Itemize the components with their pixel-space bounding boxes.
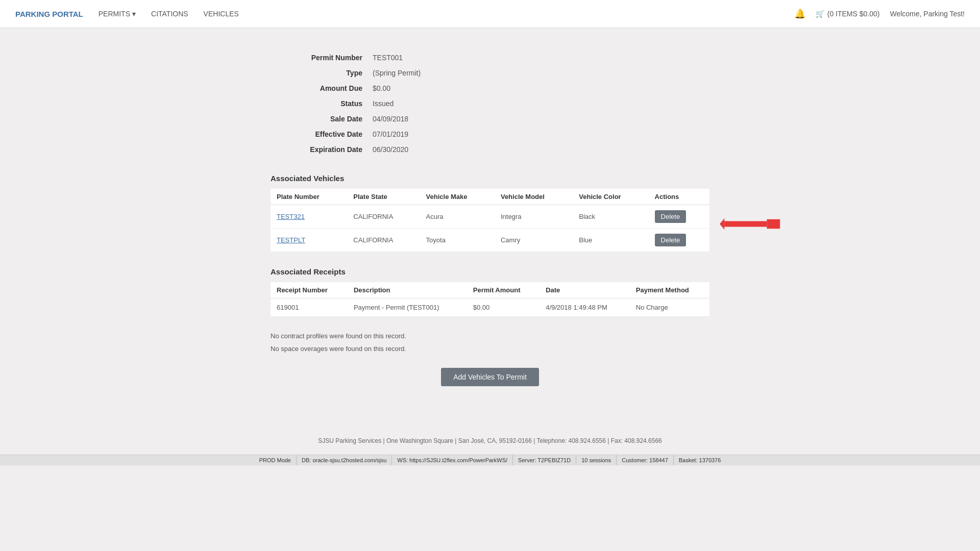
col-vehicle-model: Vehicle Model [495, 189, 573, 205]
status-label: Status [271, 99, 373, 108]
nav-permits[interactable]: PERMITS ▾ [99, 10, 136, 18]
col-actions: Actions [649, 189, 709, 205]
status-row: Status Issued [271, 99, 709, 108]
vehicles-table-header-row: Plate Number Plate State Vehicle Make Ve… [271, 189, 709, 205]
payment-method-cell: No Charge [630, 298, 709, 317]
table-row: TEST321 CALIFORNIA Acura Integra Black D… [271, 205, 709, 229]
header: PARKING PORTAL PERMITS ▾ CITATIONS VEHIC… [0, 0, 980, 28]
cart-icon: 🛒 [816, 10, 824, 18]
vehicles-table: Plate Number Plate State Vehicle Make Ve… [271, 189, 709, 252]
receipts-table: Receipt Number Description Permit Amount… [271, 282, 709, 317]
cart-label: (0 ITEMS $0.00) [827, 10, 880, 18]
header-right: 🔔 🛒 (0 ITEMS $0.00) Welcome, Parking Tes… [794, 8, 965, 19]
col-vehicle-color: Vehicle Color [573, 189, 648, 205]
bell-icon[interactable]: 🔔 [794, 8, 805, 19]
associated-receipts-section: Associated Receipts Receipt Number Descr… [271, 267, 709, 317]
type-row: Type (Spring Permit) [271, 69, 709, 77]
footer-text: SJSU Parking Services | One Washington S… [0, 427, 980, 455]
sale-date-value: 04/09/2018 [373, 115, 408, 123]
plate-state-cell: CALIFORNIA [347, 229, 420, 252]
permit-number-value: TEST001 [373, 54, 403, 62]
vehicles-section-title: Associated Vehicles [271, 174, 709, 183]
make-cell: Acura [420, 205, 495, 229]
table-row: 619001 Payment - Permit (TEST001) $0.00 … [271, 298, 709, 317]
associated-vehicles-section: Associated Vehicles Plate Number Plate S… [271, 174, 709, 252]
sale-date-row: Sale Date 04/09/2018 [271, 115, 709, 123]
svg-marker-2 [720, 218, 724, 230]
vehicles-table-wrapper: Plate Number Plate State Vehicle Make Ve… [271, 189, 709, 252]
col-vehicle-make: Vehicle Make [420, 189, 495, 205]
permit-number-row: Permit Number TEST001 [271, 54, 709, 62]
receipts-table-header-row: Receipt Number Description Permit Amount… [271, 282, 709, 298]
notice-no-overages: No space overages were found on this rec… [271, 345, 709, 353]
footer-bar-item: WS: https://SJSU.t2flex.com/PowerParkWS/ [392, 455, 513, 465]
welcome-text: Welcome, Parking Test! [890, 10, 965, 18]
receipts-section-title: Associated Receipts [271, 267, 709, 276]
footer-bar-item: Server: T2PEBIZ71D [513, 455, 576, 465]
svg-rect-3 [767, 219, 780, 229]
permit-amount-cell: $0.00 [467, 298, 540, 317]
amount-due-label: Amount Due [271, 84, 373, 92]
col-plate-number: Plate Number [271, 189, 347, 205]
sale-date-label: Sale Date [271, 115, 373, 123]
nav-vehicles[interactable]: VEHICLES [204, 10, 239, 18]
svg-rect-1 [724, 221, 767, 227]
amount-due-row: Amount Due $0.00 [271, 84, 709, 92]
footer: SJSU Parking Services | One Washington S… [0, 427, 980, 465]
plate-state-cell: CALIFORNIA [347, 205, 420, 229]
color-cell: Black [573, 205, 648, 229]
footer-bar-item: DB: oracle-sjsu.t2hosted.com/sjsu [297, 455, 392, 465]
main-content: Permit Number TEST001 Type (Spring Permi… [260, 28, 720, 407]
arrow-icon [720, 214, 781, 234]
expiration-date-value: 06/30/2020 [373, 145, 408, 154]
actions-cell: Delete [649, 229, 709, 252]
effective-date-label: Effective Date [271, 130, 373, 138]
arrow-annotation [720, 214, 781, 234]
notice-no-contract: No contract profiles were found on this … [271, 332, 709, 340]
permit-number-label: Permit Number [271, 54, 373, 62]
make-cell: Toyota [420, 229, 495, 252]
footer-bar-item: PROD Mode [254, 455, 297, 465]
permit-info-section: Permit Number TEST001 Type (Spring Permi… [271, 54, 709, 154]
col-payment-method: Payment Method [630, 282, 709, 298]
expiration-date-label: Expiration Date [271, 145, 373, 154]
cart-area[interactable]: 🛒 (0 ITEMS $0.00) [816, 10, 880, 18]
plate-link[interactable]: TEST321 [277, 213, 305, 220]
footer-bar-item: Basket: 1370376 [674, 455, 726, 465]
col-date: Date [540, 282, 630, 298]
type-value: (Spring Permit) [373, 69, 421, 77]
footer-bar-item: 10 sessions [576, 455, 617, 465]
table-row: TESTPLT CALIFORNIA Toyota Camry Blue Del… [271, 229, 709, 252]
nav-citations[interactable]: CITATIONS [151, 10, 188, 18]
col-receipt-number: Receipt Number [271, 282, 348, 298]
main-nav: PARKING PORTAL PERMITS ▾ CITATIONS VEHIC… [15, 10, 794, 18]
chevron-down-icon: ▾ [132, 10, 136, 18]
plate-link[interactable]: TESTPLT [277, 236, 305, 244]
effective-date-value: 07/01/2019 [373, 130, 408, 138]
date-cell: 4/9/2018 1:49:48 PM [540, 298, 630, 317]
description-cell: Payment - Permit (TEST001) [348, 298, 467, 317]
effective-date-row: Effective Date 07/01/2019 [271, 130, 709, 138]
receipt-number-cell: 619001 [271, 298, 348, 317]
nav-brand[interactable]: PARKING PORTAL [15, 10, 83, 18]
footer-bar: PROD ModeDB: oracle-sjsu.t2hosted.com/sj… [0, 455, 980, 465]
expiration-date-row: Expiration Date 06/30/2020 [271, 145, 709, 154]
col-plate-state: Plate State [347, 189, 420, 205]
delete-button[interactable]: Delete [655, 210, 687, 223]
plate-number-cell: TESTPLT [271, 229, 347, 252]
actions-cell: Delete [649, 205, 709, 229]
model-cell: Integra [495, 205, 573, 229]
amount-due-value: $0.00 [373, 84, 390, 92]
plate-number-cell: TEST321 [271, 205, 347, 229]
add-vehicles-button[interactable]: Add Vehicles To Permit [441, 368, 539, 386]
type-label: Type [271, 69, 373, 77]
status-value: Issued [373, 99, 394, 108]
model-cell: Camry [495, 229, 573, 252]
footer-bar-item: Customer: 158447 [617, 455, 674, 465]
col-description: Description [348, 282, 467, 298]
col-permit-amount: Permit Amount [467, 282, 540, 298]
delete-button[interactable]: Delete [655, 234, 687, 246]
color-cell: Blue [573, 229, 648, 252]
